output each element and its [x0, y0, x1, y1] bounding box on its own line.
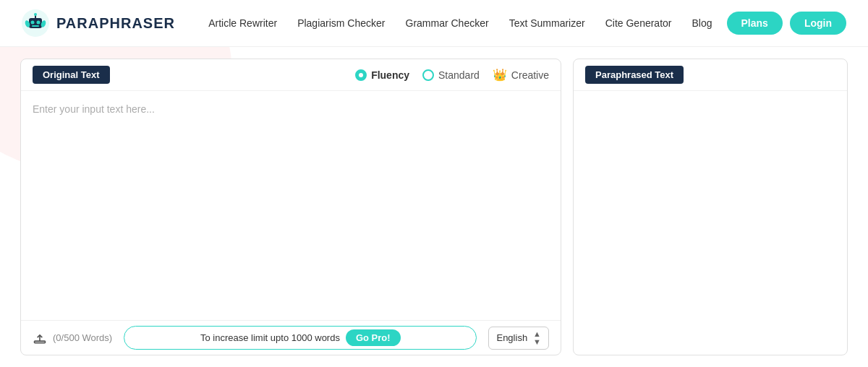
svg-point-2 — [31, 21, 35, 25]
creative-label: Creative — [511, 69, 549, 81]
crown-icon: 👑 — [493, 68, 507, 82]
standard-label: Standard — [438, 69, 480, 81]
chevron-updown-icon: ▲ ▼ — [533, 330, 541, 346]
nav-item-cite-generator[interactable]: Cite Generator — [605, 17, 672, 30]
upgrade-text: To increase limit upto 1000 words — [200, 332, 340, 343]
svg-rect-4 — [32, 25, 39, 27]
language-selector[interactable]: English ▲ ▼ — [488, 327, 549, 350]
svg-point-6 — [34, 13, 37, 16]
login-button[interactable]: Login — [790, 12, 846, 35]
mode-standard[interactable]: Standard — [422, 69, 480, 81]
mode-creative[interactable]: 👑 Creative — [493, 68, 549, 82]
brand-name: PARAPHRASER — [56, 15, 175, 32]
input-placeholder: Enter your input text here... — [33, 103, 155, 115]
left-panel-footer: (0/500 Words) To increase limit upto 100… — [21, 320, 561, 355]
paraphrased-text-label: Paraphrased Text — [585, 66, 684, 84]
nav-item-plagiarism-checker[interactable]: Plagiarism Checker — [297, 17, 385, 30]
nav-links: Article Rewriter Plagiarism Checker Gram… — [208, 17, 712, 30]
mode-options: Fluency Standard 👑 Creative — [355, 68, 549, 82]
svg-point-3 — [37, 21, 41, 25]
original-text-panel: Original Text Fluency Standard 👑 Creativ… — [20, 59, 561, 355]
text-input-area: Enter your input text here... — [21, 91, 561, 320]
logo-area: PARAPHRASER — [22, 9, 175, 37]
nav-item-grammar-checker[interactable]: Grammar Checker — [406, 17, 489, 30]
navigation: PARAPHRASER Article Rewriter Plagiarism … — [0, 0, 868, 47]
original-text-label: Original Text — [33, 66, 110, 84]
nav-item-blog[interactable]: Blog — [692, 17, 712, 30]
right-panel-header: Paraphrased Text — [574, 59, 847, 91]
upgrade-prompt: To increase limit upto 1000 words Go Pro… — [124, 326, 477, 350]
nav-item-article-rewriter[interactable]: Article Rewriter — [208, 17, 277, 30]
word-count-area: (0/500 Words) — [33, 331, 112, 345]
plans-button[interactable]: Plans — [727, 12, 783, 35]
logo-icon — [22, 9, 49, 37]
language-label: English — [496, 332, 527, 343]
standard-radio[interactable] — [422, 69, 434, 81]
upload-icon[interactable] — [33, 331, 47, 345]
main-content: Original Text Fluency Standard 👑 Creativ… — [0, 47, 868, 367]
paraphrased-text-content — [574, 91, 847, 355]
go-pro-button[interactable]: Go Pro! — [346, 329, 401, 346]
mode-fluency[interactable]: Fluency — [355, 69, 409, 81]
word-count: (0/500 Words) — [53, 332, 112, 343]
left-panel-header: Original Text Fluency Standard 👑 Creativ… — [21, 59, 561, 91]
nav-item-text-summarizer[interactable]: Text Summarizer — [509, 17, 585, 30]
fluency-radio[interactable] — [355, 69, 367, 81]
svg-rect-9 — [35, 341, 46, 343]
fluency-label: Fluency — [371, 69, 409, 81]
paraphrased-text-panel: Paraphrased Text — [573, 59, 848, 355]
